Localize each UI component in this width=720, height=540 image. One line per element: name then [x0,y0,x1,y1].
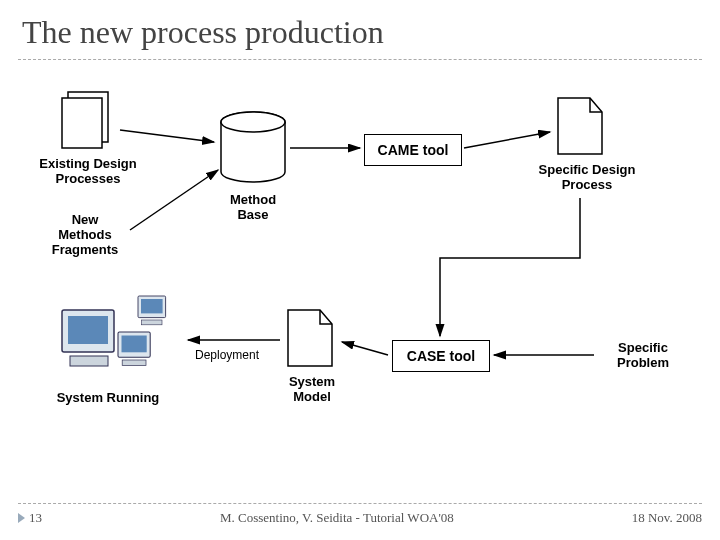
svg-line-13 [120,130,214,142]
slide-number-text: 13 [29,510,42,526]
footer-center: M. Cossentino, V. Seidita - Tutorial WOA… [220,510,454,526]
svg-line-14 [130,170,218,230]
arrows-layer [18,90,702,470]
svg-line-16 [464,132,550,148]
page-title: The new process production [0,0,720,59]
svg-line-18 [342,342,388,355]
slide-number: 13 [18,510,42,526]
footer: 13 M. Cossentino, V. Seidita - Tutorial … [18,503,702,526]
footer-divider [18,503,702,504]
footer-date: 18 Nov. 2008 [632,510,702,526]
title-divider [18,59,702,60]
bullet-icon [18,513,25,523]
diagram-area: Existing Design Processes New Methods Fr… [18,90,702,470]
